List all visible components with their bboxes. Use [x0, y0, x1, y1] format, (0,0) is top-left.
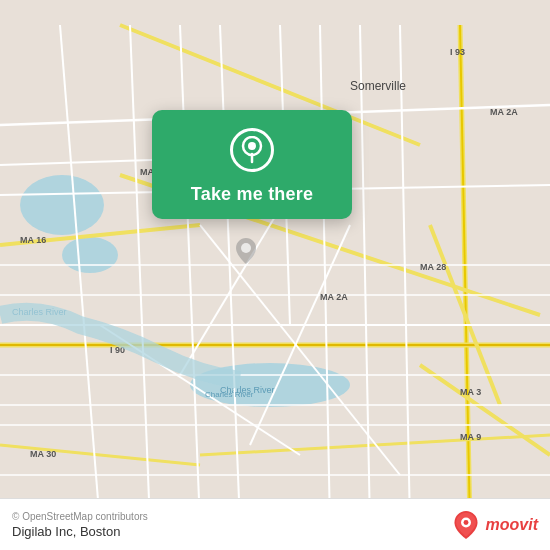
location-text: Digilab Inc, Boston: [12, 524, 148, 539]
location-pin-icon: [230, 128, 274, 172]
bottom-left: © OpenStreetMap contributors Digilab Inc…: [12, 511, 148, 539]
moovit-logo[interactable]: moovit: [452, 511, 538, 539]
svg-point-4: [62, 237, 118, 273]
svg-text:Somerville: Somerville: [350, 79, 406, 93]
svg-text:MA 28: MA 28: [420, 262, 446, 272]
copyright-text: © OpenStreetMap contributors: [12, 511, 148, 522]
svg-point-3: [20, 175, 104, 235]
moovit-brand-icon: [452, 511, 480, 539]
map-container: Charles River: [0, 0, 550, 550]
map-background: Charles River: [0, 0, 550, 550]
svg-text:MA 2A: MA 2A: [320, 292, 348, 302]
svg-text:MA 2A: MA 2A: [490, 107, 518, 117]
map-pin: [236, 238, 256, 268]
svg-point-52: [248, 142, 256, 150]
svg-text:MA 16: MA 16: [20, 235, 46, 245]
svg-text:MA 3: MA 3: [460, 387, 481, 397]
svg-text:Charles River: Charles River: [205, 390, 254, 399]
moovit-text: moovit: [486, 516, 538, 534]
popup-label: Take me there: [191, 184, 313, 205]
svg-text:I 93: I 93: [450, 47, 465, 57]
svg-point-56: [463, 520, 468, 525]
bottom-bar: © OpenStreetMap contributors Digilab Inc…: [0, 498, 550, 550]
popup-card[interactable]: Take me there: [152, 110, 352, 219]
svg-text:MA 9: MA 9: [460, 432, 481, 442]
svg-text:MA 30: MA 30: [30, 449, 56, 459]
svg-point-54: [241, 243, 251, 253]
